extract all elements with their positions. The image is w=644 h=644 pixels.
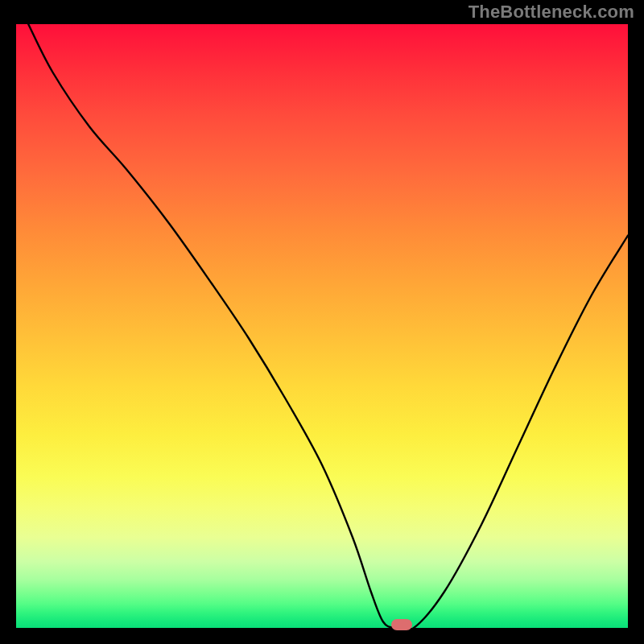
chart-frame: TheBottleneck.com (0, 0, 644, 644)
curve-svg (16, 24, 628, 628)
plot-area (16, 24, 628, 628)
bottleneck-curve-path (28, 24, 628, 628)
minimum-marker (391, 619, 412, 630)
watermark-text: TheBottleneck.com (469, 2, 634, 23)
